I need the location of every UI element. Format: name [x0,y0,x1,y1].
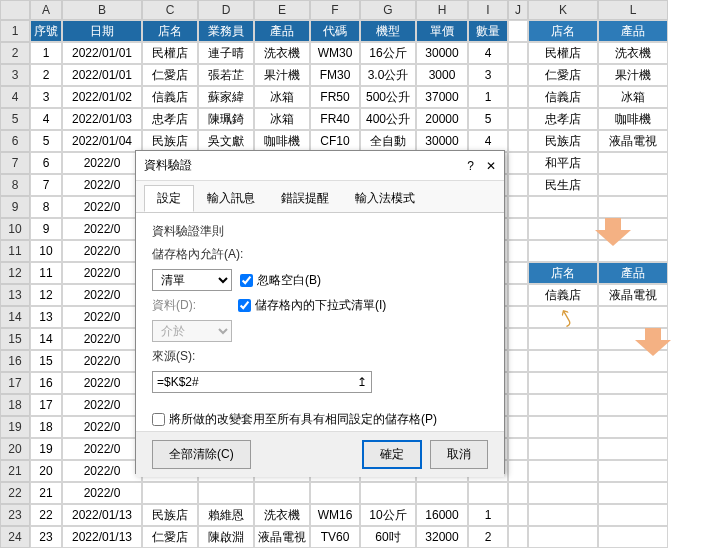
cell[interactable]: 民權店 [528,42,598,64]
cell[interactable]: 18 [30,416,62,438]
cell[interactable] [508,306,528,328]
row-header[interactable]: 7 [0,152,30,174]
dropdown-checkbox[interactable]: 儲存格內的下拉式清單(I) [238,297,386,314]
cell[interactable]: 忠孝店 [528,108,598,130]
cell[interactable] [508,372,528,394]
row-header[interactable]: 15 [0,328,30,350]
cell[interactable]: 3 [30,86,62,108]
cell[interactable]: 冰箱 [598,86,668,108]
cell[interactable]: 4 [468,42,508,64]
cell[interactable] [468,482,508,504]
cell[interactable]: 500公升 [360,86,416,108]
row-header[interactable]: 13 [0,284,30,306]
cell[interactable]: 32000 [416,526,468,548]
row-header[interactable]: 21 [0,460,30,482]
cell[interactable] [508,240,528,262]
cell[interactable]: 400公升 [360,108,416,130]
cell[interactable]: 張若芷 [198,64,254,86]
cell[interactable] [528,240,598,262]
cell[interactable]: 賴維恩 [198,504,254,526]
cell[interactable]: 信義店 [528,284,598,306]
cell[interactable]: 37000 [416,86,468,108]
col-header[interactable]: I [468,0,508,20]
cell[interactable] [598,306,668,328]
cell[interactable]: 機型 [360,20,416,42]
cell[interactable]: 16000 [416,504,468,526]
cell[interactable]: 1 [30,42,62,64]
cell[interactable]: 2022/0 [62,482,142,504]
row-header[interactable]: 6 [0,130,30,152]
cancel-button[interactable]: 取消 [430,440,488,469]
cell[interactable]: 蘇家緯 [198,86,254,108]
row-header[interactable]: 1 [0,20,30,42]
cell[interactable]: 2022/0 [62,438,142,460]
cell[interactable] [528,350,598,372]
cell[interactable]: 2022/0 [62,262,142,284]
cell[interactable]: 果汁機 [254,64,310,86]
cell[interactable]: 店名 [528,262,598,284]
cell[interactable] [508,152,528,174]
tab-ime-mode[interactable]: 輸入法模式 [342,185,428,212]
cell[interactable] [508,482,528,504]
row-header[interactable]: 8 [0,174,30,196]
cell[interactable]: 2022/0 [62,152,142,174]
cell[interactable] [508,86,528,108]
cell[interactable] [508,284,528,306]
source-input[interactable]: =$K$2# ↥ [152,371,372,393]
cell[interactable]: 21 [30,482,62,504]
row-header[interactable]: 18 [0,394,30,416]
cell[interactable]: FR40 [310,108,360,130]
cell[interactable]: 序號 [30,20,62,42]
cell[interactable] [598,482,668,504]
cell[interactable]: 3.0公升 [360,64,416,86]
cell[interactable]: 2022/01/01 [62,42,142,64]
row-header[interactable]: 16 [0,350,30,372]
cell[interactable] [598,438,668,460]
cell[interactable]: 信義店 [528,86,598,108]
cell[interactable]: 數量 [468,20,508,42]
cell[interactable]: 產品 [598,20,668,42]
cell[interactable] [508,196,528,218]
cell[interactable]: 10公斤 [360,504,416,526]
col-header[interactable]: C [142,0,198,20]
cell[interactable] [528,504,598,526]
cell[interactable]: 產品 [254,20,310,42]
col-header[interactable]: B [62,0,142,20]
cell[interactable] [598,372,668,394]
cell[interactable] [198,482,254,504]
cell[interactable]: 13 [30,306,62,328]
cell[interactable] [528,394,598,416]
dialog-titlebar[interactable]: 資料驗證 ? ✕ [136,151,504,181]
cell[interactable]: 2022/01/13 [62,526,142,548]
ignore-blank-checkbox[interactable]: 忽略空白(B) [240,272,321,289]
row-header[interactable]: 17 [0,372,30,394]
row-header[interactable]: 2 [0,42,30,64]
cell[interactable]: 產品 [598,262,668,284]
cell[interactable]: 22 [30,504,62,526]
cell[interactable] [528,196,598,218]
cell[interactable]: 2022/0 [62,350,142,372]
col-header[interactable]: K [528,0,598,20]
col-header[interactable]: F [310,0,360,20]
cell[interactable]: 2022/0 [62,284,142,306]
cell[interactable] [508,460,528,482]
cell[interactable]: 店名 [528,20,598,42]
row-header[interactable]: 12 [0,262,30,284]
cell[interactable]: 民族店 [528,130,598,152]
cell[interactable] [528,460,598,482]
cell[interactable]: 店名 [142,20,198,42]
cell[interactable] [508,438,528,460]
row-header[interactable]: 11 [0,240,30,262]
cell[interactable]: 2022/01/02 [62,86,142,108]
row-header[interactable]: 10 [0,218,30,240]
col-header[interactable]: D [198,0,254,20]
cell[interactable]: 23 [30,526,62,548]
cell[interactable]: 洗衣機 [254,42,310,64]
cell[interactable] [508,20,528,42]
cell[interactable] [598,152,668,174]
row-header[interactable]: 20 [0,438,30,460]
row-header[interactable]: 4 [0,86,30,108]
cell[interactable]: 2022/0 [62,306,142,328]
cell[interactable] [528,438,598,460]
row-header[interactable]: 5 [0,108,30,130]
